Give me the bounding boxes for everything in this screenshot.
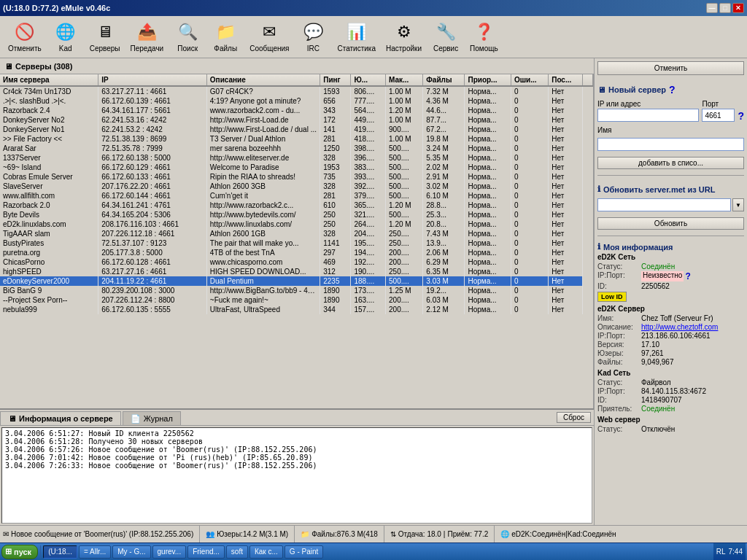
taskbar-item[interactable]: gurev... bbox=[152, 545, 187, 559]
port-help[interactable]: ? bbox=[738, 110, 744, 122]
table-cell: ~Fuck me again!~ bbox=[206, 295, 320, 305]
table-cell: 264.... bbox=[351, 219, 386, 229]
table-row[interactable]: SlaveServer207.176.22.20 : 4661Athlon 26… bbox=[0, 182, 593, 191]
table-row[interactable]: .>|<. slashBud .>|<.66.172.60.139 : 4661… bbox=[0, 96, 593, 106]
taskbar-item[interactable]: (U:18... bbox=[43, 545, 77, 559]
minimize-button[interactable]: — bbox=[706, 3, 718, 13]
table-row[interactable]: >> File Factory <<72.51.38.139 : 8699T3 … bbox=[0, 134, 593, 144]
table-row[interactable]: Byte Devils64.34.165.204 : 5306http://ww… bbox=[0, 210, 593, 219]
table-row[interactable]: ChicasPorno66.172.60.128 : 4661www.chica… bbox=[0, 257, 593, 267]
column-header[interactable]: Файлы bbox=[423, 74, 465, 86]
table-row[interactable]: Cr4ck 734m Un173D63.217.27.11 : 4661G07 … bbox=[0, 86, 593, 96]
toolbar-servers-button[interactable]: 🖥Серверы bbox=[85, 19, 125, 55]
table-cell: 2.12 M bbox=[423, 305, 465, 314]
toolbar-service-button[interactable]: 🔧Сервис bbox=[427, 19, 464, 55]
start-button[interactable]: ⊞ пуск bbox=[1, 545, 38, 559]
taskbar-item[interactable]: G - Paint bbox=[285, 545, 323, 559]
table-cell: Ararat Sar bbox=[0, 144, 98, 153]
taskbar-item[interactable]: = Allr... bbox=[79, 545, 111, 559]
reset-button[interactable]: Сброс bbox=[557, 412, 591, 423]
windows-icon: ⊞ bbox=[5, 547, 12, 556]
table-row[interactable]: 1337Server66.172.60.138 : 5000http://www… bbox=[0, 153, 593, 163]
table-cell: Норма... bbox=[465, 191, 511, 201]
table-row[interactable]: Razorback 2.464.34.161.177 : 5661www.raz… bbox=[0, 106, 593, 115]
window-controls[interactable]: — □ ✕ bbox=[706, 3, 744, 13]
ip-field-container: IP или адрес bbox=[597, 100, 699, 123]
ip-input[interactable] bbox=[597, 109, 699, 122]
table-row[interactable]: Cobras Emule Server66.172.60.133 : 4661R… bbox=[0, 172, 593, 182]
table-cell: ~69~ Island bbox=[0, 163, 98, 172]
column-header[interactable]: IP bbox=[98, 74, 207, 86]
table-row[interactable]: www.allfilth.com66.172.60.144 : 4661Cum'… bbox=[0, 191, 593, 201]
status-users: 👥 Юзеры:14.2 M(3.1 M) bbox=[206, 526, 295, 542]
table-row[interactable]: eD2k.linuxlabs.com208.176.116.103 : 4661… bbox=[0, 219, 593, 229]
cancel-button[interactable]: Отменить bbox=[597, 61, 744, 75]
scroll-col bbox=[583, 74, 593, 86]
table-cell: http://www.razorback2.c... bbox=[206, 201, 320, 210]
table-row[interactable]: DonkeyServer No162.241.53.2 : 4242http:/… bbox=[0, 125, 593, 134]
table-cell: Нет bbox=[549, 267, 583, 276]
server-name-input[interactable] bbox=[597, 138, 744, 151]
table-cell: www.chicasporno.com bbox=[206, 257, 320, 267]
toolbar-search-button[interactable]: 🔍Поиск bbox=[169, 19, 206, 55]
server-name-key: Имя: bbox=[597, 314, 641, 322]
column-header[interactable]: Пинг bbox=[320, 74, 351, 86]
table-row[interactable]: TigAAAR slam207.226.112.18 : 4661Athlon … bbox=[0, 229, 593, 238]
table-row[interactable]: Ararat Sar72.51.35.78 : 7999mer sarena b… bbox=[0, 144, 593, 153]
taskbar-item[interactable]: Friend... bbox=[187, 545, 225, 559]
table-cell: 656 bbox=[320, 96, 351, 106]
table-cell: 250.... bbox=[386, 229, 423, 238]
table-row[interactable]: nebula99966.172.60.135 : 5555UltraFast, … bbox=[0, 305, 593, 314]
table-row[interactable]: Razorback 2.064.34.161.241 : 4761http://… bbox=[0, 201, 593, 210]
table-cell: 66.172.60.129 : 4661 bbox=[98, 163, 207, 172]
table-row[interactable]: --Project Sex Porn--207.226.112.24 : 880… bbox=[0, 295, 593, 305]
column-header[interactable]: Описание bbox=[206, 74, 320, 86]
log-area[interactable]: 3.04.2006 6:51:27: Новый ID клиента 2250… bbox=[1, 427, 592, 524]
add-server-button[interactable]: добавить в списо... bbox=[597, 157, 744, 169]
toolbar-files-button[interactable]: 📁Файлы bbox=[207, 19, 244, 55]
ipport-help[interactable]: ? bbox=[685, 271, 690, 281]
table-row[interactable]: BustyPirates72.51.37.107 : 9123The pair … bbox=[0, 238, 593, 248]
tab-server-info[interactable]: 🖥 Информация о сервере bbox=[0, 411, 121, 425]
web-status-row: Статус: Отключён bbox=[597, 425, 744, 433]
server-desc-val[interactable]: http://www.cheztoff.com bbox=[641, 323, 718, 331]
toolbar-stats-button[interactable]: 📊Статистика bbox=[333, 19, 380, 55]
table-cell: 500.... bbox=[386, 163, 423, 172]
title-bar: (U:18.0 D:77.2) eMule v0.46c — □ ✕ bbox=[0, 0, 747, 16]
table-row[interactable]: highSPEED63.217.27.16 : 4661HIGH SPEED D… bbox=[0, 267, 593, 276]
table-row[interactable]: ~69~ Island66.172.60.129 : 4661Welcome t… bbox=[0, 163, 593, 172]
taskbar-item[interactable]: Как с... bbox=[249, 545, 283, 559]
table-row[interactable]: DonkeyServer No262.241.53.16 : 4242http:… bbox=[0, 115, 593, 125]
taskbar-item[interactable]: soft bbox=[226, 545, 248, 559]
table-cell: Нет bbox=[549, 134, 583, 144]
update-button[interactable]: Обновить bbox=[597, 217, 744, 230]
table-row[interactable]: eDonkeyServer2000204.11.19.22 : 4661Dual… bbox=[0, 276, 593, 286]
column-header[interactable]: Мак... bbox=[386, 74, 423, 86]
toolbar-settings-button[interactable]: ⚙Настройки bbox=[382, 19, 426, 55]
toolbar-messages-button[interactable]: ✉Сообщения bbox=[245, 19, 293, 55]
table-row[interactable]: puretna.org205.177.3.8 : 50004TB of the … bbox=[0, 248, 593, 257]
toolbar-help-button[interactable]: ❓Помощь bbox=[465, 19, 503, 55]
table-cell: 1250 bbox=[320, 144, 351, 153]
table-cell: 398.... bbox=[351, 144, 386, 153]
column-header[interactable]: Имя сервера bbox=[0, 74, 98, 86]
table-scroll[interactable]: Имя сервераIPОписаниеПингЮ...Мак...Файлы… bbox=[0, 74, 593, 408]
taskbar-item[interactable]: My - G... bbox=[112, 545, 150, 559]
ip-port-row: IP или адрес Порт ? bbox=[597, 100, 744, 123]
port-input[interactable] bbox=[702, 109, 735, 122]
column-header[interactable]: Пос... bbox=[549, 74, 583, 86]
close-button[interactable]: ✕ bbox=[732, 3, 744, 13]
tab-log[interactable]: 📄 Журнал bbox=[123, 411, 181, 425]
maximize-button[interactable]: □ bbox=[719, 3, 731, 13]
url-dropdown[interactable]: ▼ bbox=[732, 198, 744, 211]
column-header[interactable]: Ю... bbox=[351, 74, 386, 86]
toolbar-transfers-button[interactable]: 📤Передачи bbox=[126, 19, 169, 55]
toolbar-irc-button[interactable]: 💬IRC bbox=[295, 19, 331, 55]
table-row[interactable]: BiG BanG 980.239.200.108 : 3000http://ww… bbox=[0, 286, 593, 295]
url-input[interactable] bbox=[597, 198, 731, 211]
new-server-help[interactable]: ? bbox=[669, 84, 676, 96]
column-header[interactable]: Оши... bbox=[511, 74, 548, 86]
toolbar-kad-button[interactable]: 🌐Kad bbox=[47, 19, 84, 55]
toolbar-cancel-button[interactable]: 🚫Отменить bbox=[4, 19, 46, 55]
column-header[interactable]: Приор... bbox=[465, 74, 511, 86]
